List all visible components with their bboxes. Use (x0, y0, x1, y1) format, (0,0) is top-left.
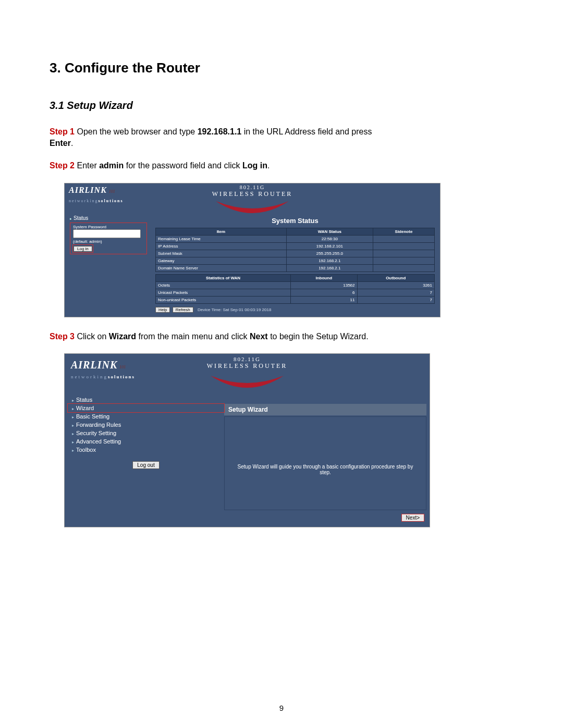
step-1-text-a: Open the web browser and type (75, 127, 198, 136)
router-topbar: AIRLINK 101 networkingsolutions 802.11G … (65, 183, 440, 213)
brand-logo: AIRLINK 101 networkingsolutions (69, 186, 124, 204)
table-row: Subnet Mask255.255.255.0 (156, 250, 435, 257)
table-row: Remaining Lease Time22:58:30 (156, 235, 435, 242)
table-row: Domain Name Server192.168.2.1 (156, 264, 435, 272)
step-2-admin: admin (99, 161, 124, 170)
system-status-title: System Status (155, 217, 435, 225)
table-header: WAN Status (286, 228, 373, 235)
sidebar-item-advanced-setting[interactable]: Advanced Setting (68, 437, 224, 446)
table-cell: Subnet Mask (156, 250, 287, 257)
brand-tagline-b: solutions (98, 199, 123, 203)
help-button[interactable]: Help (155, 307, 170, 313)
refresh-button[interactable]: Refresh (173, 307, 193, 313)
table-header: Outbound (357, 274, 435, 281)
step-3-next: Next (250, 332, 268, 341)
step-2-text-a: Enter (75, 161, 99, 170)
table-header: Sidenote (373, 228, 434, 235)
logout-button[interactable]: Log out (132, 461, 159, 469)
login-button[interactable]: Log in (74, 246, 92, 252)
next-button[interactable]: Next> (401, 514, 424, 522)
table-row: Non-unicast Packets117 (156, 296, 435, 303)
sidebar: Status Wizard Basic Setting Forwarding R… (65, 393, 224, 527)
wan-status-table: ItemWAN StatusSidenote Remaining Lease T… (155, 228, 435, 272)
step-2-login: Log in (242, 161, 267, 170)
step-2-tail: . (267, 161, 270, 170)
step-3-wizard: Wizard (109, 332, 136, 341)
default-hint: (default: admin) (73, 239, 144, 244)
sidebar-item-forwarding-rules[interactable]: Forwarding Rules (68, 421, 224, 429)
wizard-next-bar: Next> (224, 510, 426, 524)
step-2-text-b: for the password field and click (124, 161, 242, 170)
swoosh-icon (208, 375, 286, 388)
page-number: 9 (0, 704, 563, 712)
step-1-ip: 192.168.1.1 (198, 127, 242, 136)
step-3-text-c: to begin the Setup Wizard. (268, 332, 369, 341)
wizard-panel: Setup Wizard will guide you through a ba… (224, 416, 426, 510)
table-cell: 255.255.255.0 (286, 250, 373, 257)
screenshot-system-status: AIRLINK 101 networkingsolutions 802.11G … (64, 183, 440, 317)
brand-tagline-a: networking (71, 374, 108, 379)
sidebar-item-security-setting[interactable]: Security Setting (68, 429, 224, 437)
wan-stats-table: Statistics of WANInboundOutbound Octets1… (155, 274, 435, 304)
table-cell: 6 (291, 289, 357, 296)
swoosh-icon (213, 200, 291, 214)
sidebar-item-basic-setting[interactable]: Basic Setting (68, 412, 224, 421)
table-cell: 7 (357, 289, 435, 296)
brand-text-small: 101 (119, 365, 126, 369)
step-1-text-b: in the URL Address field and press (241, 127, 372, 136)
table-cell (373, 257, 434, 264)
table-cell: 3261 (357, 281, 435, 289)
table-cell: Gateway (156, 257, 287, 264)
brand-text: AIRLINK (71, 359, 117, 371)
sidebar-item-status[interactable]: Status (68, 396, 224, 404)
table-cell: 13562 (291, 281, 357, 289)
wizard-message: Setup Wizard will guide you through a ba… (225, 464, 426, 475)
document-page: 3. Configure the Router 3.1 Setup Wizard… (0, 0, 563, 728)
table-cell: 11 (291, 296, 357, 303)
system-password-panel: System Password (default: admin) Log in (70, 223, 147, 254)
screenshot-setup-wizard: AIRLINK 101 networkingsolutions 802.11G … (64, 353, 430, 527)
table-cell: 192.168.2.1 (286, 257, 373, 264)
step-3-text-b: from the main menu and click (136, 332, 250, 341)
step-1-label: Step 1 (50, 127, 75, 136)
step-3-label: Step 3 (50, 332, 75, 341)
router-title-2: WIRELESS ROUTER (212, 190, 293, 198)
brand-logo: AIRLINK 101 networkingsolutions (71, 359, 135, 380)
brand-text-small: 101 (109, 189, 115, 194)
table-cell: Unicast Packets (156, 289, 291, 296)
sidebar-item-toolbox[interactable]: Toolbox (68, 446, 224, 454)
step-1-enter: Enter (50, 139, 71, 147)
router-title-1: 802.11G (212, 184, 293, 190)
table-cell: Octets (156, 281, 291, 289)
table-cell: 22:58:30 (286, 235, 373, 242)
password-input[interactable] (73, 229, 141, 238)
brand-text: AIRLINK (69, 186, 107, 194)
sidebar-item-status[interactable]: Status (67, 215, 150, 221)
system-status-content: System Status ItemWAN StatusSidenote Rem… (150, 213, 440, 317)
step-3-text-a: Click on (75, 332, 109, 341)
table-cell: 7 (357, 296, 435, 303)
brand-tagline: networkingsolutions (71, 374, 135, 379)
router-topbar: AIRLINK 101 networkingsolutions 802.11G … (65, 354, 430, 393)
wizard-content: Setup Wizard Setup Wizard will guide you… (224, 393, 430, 527)
table-cell (373, 235, 434, 242)
brand-tagline: networkingsolutions (69, 199, 124, 203)
brand-tagline-b: solutions (108, 374, 135, 379)
table-cell (373, 250, 434, 257)
table-header: Item (156, 228, 287, 235)
table-cell: Domain Name Server (156, 264, 287, 272)
device-time: Device Time: Sat Sep 01 00:03:19 2018 (198, 307, 271, 312)
table-row: Gateway192.168.2.1 (156, 257, 435, 264)
table-row: IP Address192.168.2.101 (156, 242, 435, 250)
system-password-label: System Password (73, 225, 144, 229)
sidebar-item-wizard[interactable]: Wizard (68, 404, 224, 412)
router-title-1: 802.11G (207, 356, 288, 362)
brand-tagline-a: networking (69, 199, 98, 203)
router-title-2: WIRELESS ROUTER (207, 362, 288, 370)
subsection-heading: 3.1 Setup Wizard (50, 100, 513, 112)
step-3-paragraph: Step 3 Click on Wizard from the main men… (50, 331, 513, 342)
wizard-panel-title: Setup Wizard (224, 404, 426, 415)
table-row: Unicast Packets67 (156, 289, 435, 296)
table-cell: Non-unicast Packets (156, 296, 291, 303)
table-cell: Remaining Lease Time (156, 235, 287, 242)
